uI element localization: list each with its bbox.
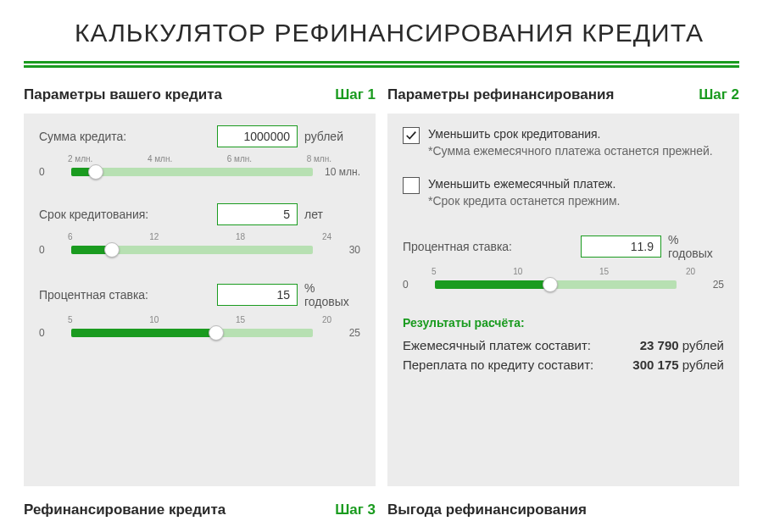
- rate1-fill: [71, 329, 216, 337]
- amount-track[interactable]: [71, 168, 313, 176]
- amount-ticks: 2 млн. 4 млн. 6 млн. 8 млн.: [39, 154, 360, 166]
- term-thumb[interactable]: [104, 242, 120, 258]
- amount-max: 10 млн.: [320, 166, 360, 178]
- divider-top-2: [24, 65, 739, 68]
- term-ticks: 6 12 18 24: [39, 232, 360, 244]
- opt-reduce-term-label: Уменьшить срок кредитования.: [428, 125, 713, 142]
- rate1-block: Процентная ставка: % годовых 5 10 15 20 …: [39, 281, 360, 339]
- rate2-max: 25: [683, 279, 724, 291]
- rate1-label: Процентная ставка:: [39, 288, 148, 302]
- amount-label: Сумма кредита:: [39, 130, 126, 143]
- term-block: Срок кредитования: лет 6 12 18 24 0: [39, 203, 360, 256]
- page-title: КАЛЬКУЛЯТОР РЕФИНАНСИРОВАНИЯ КРЕДИТА: [75, 19, 739, 47]
- step2-badge: Шаг 2: [699, 86, 739, 103]
- step1-header: Параметры вашего кредита Шаг 1: [24, 86, 376, 103]
- amount-unit: рублей: [304, 130, 360, 143]
- rate2-track[interactable]: [435, 280, 677, 289]
- tick: 10: [149, 315, 159, 324]
- result-monthly-label: Ежемесячный платеж составит:: [403, 338, 591, 352]
- opt-reduce-term-row: Уменьшить срок кредитования. *Сумма ежем…: [403, 125, 724, 160]
- amount-slider[interactable]: 2 млн. 4 млн. 6 млн. 8 млн. 0 10 млн.: [39, 154, 360, 178]
- term-input[interactable]: [217, 203, 298, 225]
- opt-reduce-payment-note: *Срок кредита останется прежним.: [428, 192, 621, 209]
- tick: 20: [322, 315, 331, 324]
- tick: 2 млн.: [68, 154, 92, 163]
- result-overpay-unit: рублей: [682, 357, 724, 372]
- amount-thumb[interactable]: [88, 164, 103, 180]
- rate2-unit: % годовых: [668, 233, 724, 260]
- term-label: Срок кредитования:: [39, 208, 148, 221]
- rate2-label: Процентная ставка:: [403, 240, 512, 253]
- tick: 4 млн.: [148, 154, 172, 163]
- step1-panel: Сумма кредита: рублей 2 млн. 4 млн. 6 мл…: [24, 114, 376, 486]
- tick: 6 млн.: [227, 154, 252, 163]
- tick: 15: [236, 315, 245, 324]
- step3-title: Рефинансирование кредита: [24, 502, 226, 518]
- tick: 10: [513, 267, 522, 276]
- column-step2: Параметры рефинансирования Шаг 2 Уменьши…: [387, 86, 739, 518]
- result-monthly-value: 23 790: [640, 338, 679, 352]
- term-min: 0: [39, 244, 64, 256]
- opt-reduce-payment-row: Уменьшить ежемесячный платеж. *Срок кред…: [403, 175, 724, 210]
- step1-title: Параметры вашего кредита: [24, 86, 222, 103]
- step4-title: Выгода рефинансирования: [387, 502, 587, 518]
- opt-reduce-term-checkbox[interactable]: [403, 127, 420, 144]
- step3-header: Рефинансирование кредита Шаг 3: [24, 502, 376, 518]
- step3-badge: Шаг 3: [335, 502, 376, 518]
- rate1-unit: % годовых: [304, 281, 360, 308]
- tick: 5: [68, 315, 73, 324]
- opt-reduce-payment-label: Уменьшить ежемесячный платеж.: [428, 175, 621, 192]
- column-step1: Параметры вашего кредита Шаг 1 Сумма кре…: [24, 86, 376, 518]
- results-title: Результаты расчёта:: [403, 316, 724, 330]
- step4-header: Выгода рефинансирования: [387, 502, 739, 518]
- tick: 12: [149, 232, 159, 241]
- rate2-fill: [435, 280, 550, 289]
- rate1-input[interactable]: [217, 284, 298, 306]
- amount-block: Сумма кредита: рублей 2 млн. 4 млн. 6 мл…: [39, 125, 360, 178]
- rate2-block: Процентная ставка: % годовых 5 10 15 20 …: [403, 233, 724, 291]
- divider-top-1: [24, 61, 739, 64]
- rate1-ticks: 5 10 15 20: [39, 315, 360, 327]
- tick: 5: [432, 267, 437, 276]
- rate2-input[interactable]: [581, 236, 661, 258]
- rate1-thumb[interactable]: [209, 325, 224, 341]
- result-monthly-row: Ежемесячный платеж составит: 23 790 рубл…: [403, 338, 724, 352]
- opt-reduce-term-note: *Сумма ежемесячного платежа останется пр…: [428, 142, 713, 159]
- rate1-track[interactable]: [71, 329, 313, 337]
- rate1-max: 25: [320, 327, 360, 339]
- tick: 15: [599, 267, 609, 276]
- result-overpay-label: Переплата по кредиту составит:: [403, 357, 593, 372]
- amount-input[interactable]: [217, 125, 298, 147]
- rate1-min: 0: [39, 327, 64, 339]
- rate2-thumb[interactable]: [543, 277, 558, 292]
- rate2-min: 0: [403, 279, 428, 291]
- amount-min: 0: [39, 166, 64, 178]
- result-monthly-unit: рублей: [682, 338, 724, 352]
- tick: 18: [236, 232, 245, 241]
- term-slider[interactable]: 6 12 18 24 0 30: [39, 232, 360, 256]
- step2-panel: Уменьшить срок кредитования. *Сумма ежем…: [387, 114, 739, 486]
- opt-reduce-payment-checkbox[interactable]: [403, 177, 420, 194]
- result-overpay-row: Переплата по кредиту составит: 300 175 р…: [403, 357, 724, 372]
- tick: 6: [68, 232, 73, 241]
- tick: 8 млн.: [307, 154, 331, 163]
- term-max: 30: [320, 244, 360, 256]
- step2-header: Параметры рефинансирования Шаг 2: [387, 86, 739, 103]
- rate2-slider[interactable]: 5 10 15 20 0 25: [403, 267, 724, 291]
- tick: 24: [322, 232, 331, 241]
- term-unit: лет: [304, 208, 360, 221]
- rate1-slider[interactable]: 5 10 15 20 0 25: [39, 315, 360, 339]
- step2-title: Параметры рефинансирования: [387, 86, 614, 103]
- tick: 20: [686, 267, 695, 276]
- result-overpay-value: 300 175: [632, 357, 678, 372]
- term-track[interactable]: [71, 246, 313, 254]
- rate2-ticks: 5 10 15 20: [403, 267, 724, 279]
- step1-badge: Шаг 1: [335, 86, 376, 103]
- check-icon: [405, 130, 417, 141]
